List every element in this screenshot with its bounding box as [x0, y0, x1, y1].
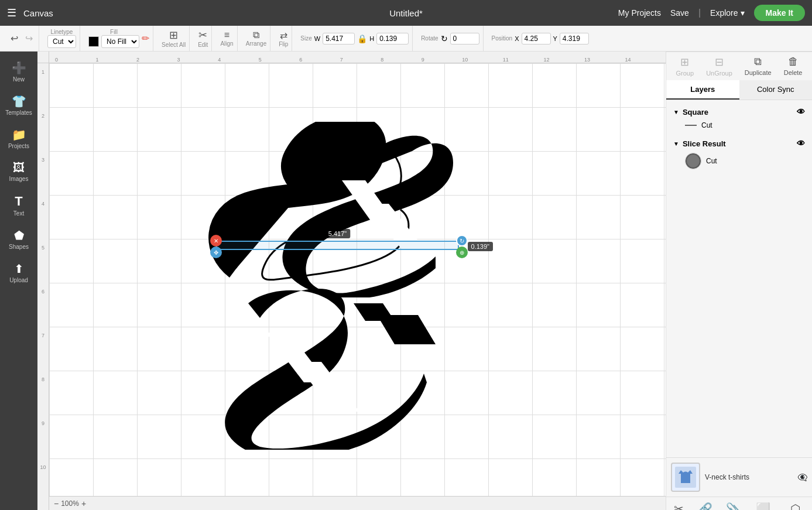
save-link[interactable]: Save	[670, 8, 689, 18]
weld-tool[interactable]: 🔗 Weld	[693, 499, 717, 510]
tab-color-sync[interactable]: Color Sync	[739, 80, 813, 100]
sidebar-item-new[interactable]: ➕ New	[0, 56, 37, 87]
flip-button[interactable]: ⇄ Flip	[279, 30, 288, 47]
make-it-button[interactable]: Make It	[754, 5, 805, 21]
projects-icon: 📁	[12, 128, 26, 142]
sidebar-item-projects[interactable]: 📁 Projects	[0, 123, 37, 154]
slice-collapse-arrow: ▼	[673, 141, 679, 147]
app-name: Canvas	[23, 8, 53, 18]
sidebar-item-images[interactable]: 🖼 Images	[0, 156, 37, 187]
undo-button[interactable]: ↩	[8, 32, 20, 45]
flatten-tool[interactable]: ⬜ Flatten	[749, 499, 777, 510]
square-visibility-icon[interactable]: 👁	[797, 107, 805, 117]
x-input[interactable]	[522, 33, 551, 45]
move-handle[interactable]: ✥	[210, 247, 222, 258]
height-input[interactable]	[376, 33, 409, 45]
square-collapse-arrow: ▼	[673, 109, 679, 115]
zoom-percentage: 100%	[61, 499, 79, 508]
layer-group-slice-header[interactable]: ▼ Slice Result 👁	[671, 136, 807, 150]
sidebar-item-text[interactable]: T Text	[0, 189, 37, 221]
slice-visibility-icon[interactable]: 👁	[797, 139, 805, 148]
fill-label: Fill	[110, 29, 118, 35]
topbar: ☰ Canvas Untitled* My Projects Save | Ex…	[0, 0, 812, 26]
contour-tool-icon: ⬡	[790, 502, 800, 510]
my-projects-link[interactable]: My Projects	[618, 8, 661, 18]
arrange-button[interactable]: ⧉ Arrange	[246, 30, 267, 47]
duplicate-icon: ⧉	[754, 56, 762, 68]
y-label: Y	[553, 35, 557, 42]
ungroup-action[interactable]: ⊟ UnGroup	[706, 56, 732, 77]
svg-marker-5	[377, 315, 436, 344]
sidebar-item-upload[interactable]: ⬆ Upload	[0, 257, 37, 288]
linetype-label: Linetype	[51, 29, 73, 35]
undo-redo-group: ↩ ↪	[5, 26, 39, 51]
ungroup-label: UnGroup	[706, 70, 732, 77]
panel-tabs: Layers Color Sync	[666, 80, 812, 100]
align-group: ≡ Align	[217, 26, 237, 51]
hamburger-menu[interactable]: ☰	[7, 6, 16, 19]
sidebar-label-images: Images	[9, 176, 29, 182]
redo-button[interactable]: ↪	[23, 32, 35, 45]
slice-group-name: Slice Result	[683, 139, 726, 148]
layer-item-slice-cut[interactable]: Cut	[671, 150, 807, 172]
fill-color-swatch[interactable]	[88, 36, 99, 47]
sidebar-label-shapes: Shapes	[9, 244, 29, 250]
document-title: Untitled*	[389, 8, 423, 18]
text-icon: T	[15, 194, 22, 209]
fill-select[interactable]: No Fill	[101, 35, 139, 48]
canvas-area[interactable]: 0 1 2 3 4 5 6 7 8 9 10 11 12 13 14 1 2	[37, 52, 666, 510]
duplicate-action[interactable]: ⧉ Duplicate	[745, 56, 772, 77]
chevron-down-icon: ▾	[741, 8, 745, 18]
group-action[interactable]: ⊞ Group	[676, 56, 694, 77]
lock-icon[interactable]: 🔒	[357, 34, 367, 43]
position-label: Position	[492, 35, 513, 42]
slice-tool-icon: ✂	[674, 502, 684, 510]
width-input[interactable]	[323, 33, 355, 45]
layer-item-square-cut[interactable]: Cut	[671, 119, 807, 132]
rotate-group: Rotate ↻	[417, 26, 483, 51]
slice-tool[interactable]: ✂ Slice	[668, 499, 690, 510]
square-cut-color	[685, 125, 697, 126]
linetype-group: Linetype Cut	[44, 26, 80, 51]
linetype-select[interactable]: Cut	[47, 35, 76, 48]
explore-button[interactable]: Explore ▾	[710, 8, 744, 18]
scale-handle[interactable]: ⊕	[456, 247, 468, 258]
weld-tool-icon: 🔗	[698, 502, 712, 510]
delete-label: Delete	[784, 69, 803, 76]
select-all-button[interactable]: ⊞ Select All	[162, 29, 186, 48]
main-area: ➕ New 👕 Templates 📁 Projects 🖼 Images T …	[0, 52, 812, 510]
rotate-handle[interactable]: ↻	[456, 235, 468, 247]
attach-tool[interactable]: 📎 Attach	[721, 499, 746, 510]
edit-button[interactable]: ✂ Edit	[198, 29, 208, 48]
pencil-icon[interactable]: ✏	[142, 33, 149, 44]
rotate-input[interactable]	[450, 33, 479, 45]
layer-group-square-header[interactable]: ▼ Square 👁	[671, 105, 807, 119]
size-label: Size	[300, 35, 311, 42]
sidebar-item-shapes[interactable]: ⬟ Shapes	[0, 224, 37, 255]
size-group: Size W 🔒 H	[297, 26, 413, 51]
zoom-out-button[interactable]: −	[54, 499, 59, 508]
width-label: W	[314, 35, 320, 42]
square-group-name: Square	[683, 108, 708, 117]
edit-group: ✂ Edit	[194, 26, 212, 51]
selection-box[interactable]: 5.417" 0.139"	[216, 241, 459, 250]
align-button[interactable]: ≡ Align	[220, 30, 233, 47]
ruler-top: 0 1 2 3 4 5 6 7 8 9 10 11 12 13 14	[49, 52, 666, 63]
delete-handle[interactable]: ✕	[210, 235, 222, 247]
sidebar-item-templates[interactable]: 👕 Templates	[0, 90, 37, 121]
layer-group-square: ▼ Square 👁 Cut	[666, 102, 812, 134]
rotate-icon: ↻	[441, 34, 448, 43]
layers-content: ▼ Square 👁 Cut ▼ Slice Result 👁	[666, 100, 812, 457]
y-input[interactable]	[560, 33, 589, 45]
x-label: X	[515, 35, 519, 42]
tab-layers[interactable]: Layers	[666, 80, 739, 100]
contour-tool[interactable]: ⬡ Contour	[780, 499, 811, 510]
s-monogram-upper	[225, 134, 459, 297]
zoom-in-button[interactable]: +	[81, 499, 86, 508]
slice-cut-label: Cut	[706, 157, 717, 165]
square-cut-label: Cut	[701, 121, 712, 129]
material-visibility-icon[interactable]: 👁‍🗨	[797, 473, 807, 482]
ruler-corner	[37, 52, 49, 63]
delete-action[interactable]: 🗑 Delete	[784, 56, 803, 77]
canvas-content[interactable]: 5.417" 0.139" ✕ ✥ ↻ ⊕	[49, 63, 666, 496]
